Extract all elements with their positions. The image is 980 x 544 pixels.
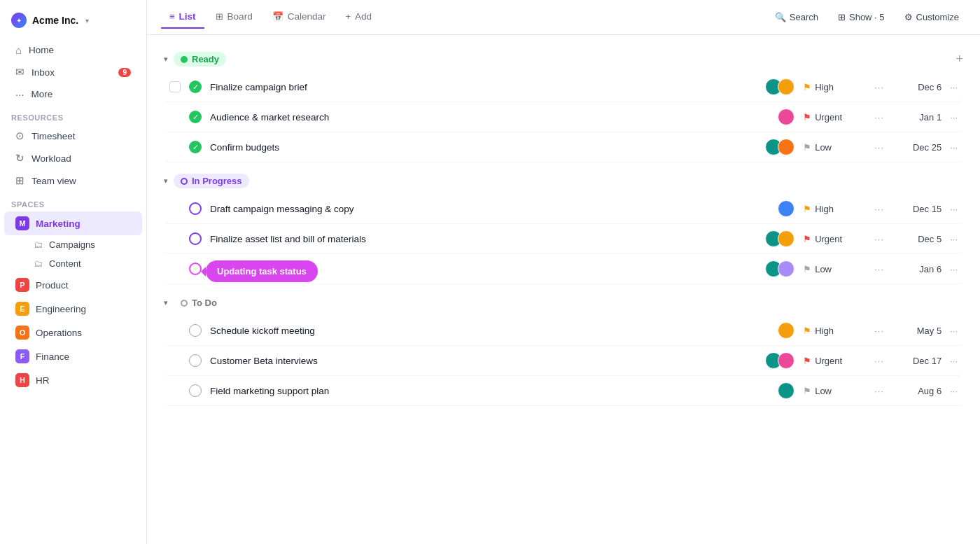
task-row[interactable]: Draft campaign messaging & copy ⚑ High ·… (164, 194, 963, 224)
sidebar-space-engineering[interactable]: E Engineering (4, 297, 142, 321)
task-row[interactable]: Customer Beta interviews ⚑ Urgent ··· De… (164, 346, 963, 376)
tab-calendar[interactable]: 📅 Calendar (264, 6, 335, 29)
priority-label: High (815, 204, 834, 214)
task-priority: ⚑ Low (803, 264, 866, 274)
task-name: Draft campaign messaging & copy (210, 204, 769, 214)
sidebar-space-hr[interactable]: H HR (4, 368, 142, 392)
task-name: Customer Beta interviews (210, 356, 757, 366)
task-more-icon[interactable]: ··· (874, 142, 891, 153)
topbar: ≡ List ⊞ Board 📅 Calendar + Add 🔍 Search… (147, 0, 980, 35)
task-priority: ⚑ Low (803, 142, 866, 153)
task-row[interactable]: Schedule kickoff meeting ⚑ High ··· May … (164, 316, 963, 346)
sidebar-item-team-view[interactable]: ⊞ Team view (4, 169, 142, 192)
sidebar-nav-more[interactable]: ··· More (4, 83, 142, 105)
avatar (778, 200, 794, 217)
calendar-icon: 📅 (272, 11, 284, 22)
task-more-icon[interactable]: ··· (874, 264, 891, 274)
customize-button[interactable]: ⚙ Customize (897, 8, 966, 26)
task-row[interactable]: Define channel strategy ⚑ Low ··· Jan 6 … (164, 254, 963, 284)
ready-section-header[interactable]: ▾ Ready + (164, 46, 963, 72)
task-priority: ⚑ Urgent (803, 356, 866, 366)
folder-icon: 🗂 (34, 239, 43, 250)
sidebar-sub-campaigns-label: Campaigns (49, 239, 95, 250)
avatar (778, 139, 794, 155)
task-options-icon[interactable]: ··· (950, 356, 958, 366)
sidebar-sub-content[interactable]: 🗂 Content (4, 254, 142, 273)
task-priority: ⚑ High (803, 204, 866, 214)
task-priority: ⚑ Urgent (803, 112, 866, 123)
app-logo[interactable]: Acme Inc. ▾ (0, 8, 146, 39)
flag-icon: ⚑ (803, 82, 811, 92)
show-button[interactable]: ⊞ Show · 5 (831, 8, 892, 26)
tab-add[interactable]: + Add (337, 6, 380, 29)
sidebar-space-marketing[interactable]: M Marketing (4, 211, 142, 235)
priority-label: Low (815, 264, 832, 274)
todo-section: ▾ To Do Schedule kickoff meeting ⚑ High (164, 290, 963, 406)
ready-label: Ready (192, 54, 219, 64)
task-row[interactable]: ✓ Confirm budgets ⚑ Low ··· Dec 25 ··· (164, 132, 963, 162)
content-area: ▾ Ready + ✓ Finalize campaign brief ⚑ (147, 35, 980, 544)
task-assignees (778, 200, 794, 217)
task-status-todo-icon (189, 384, 202, 397)
task-checkbox[interactable] (169, 81, 181, 92)
folder-icon-2: 🗂 (34, 258, 43, 269)
task-more-icon[interactable]: ··· (874, 356, 891, 366)
task-options-icon[interactable]: ··· (950, 264, 958, 274)
sidebar-space-product[interactable]: P Product (4, 273, 142, 297)
task-priority: ⚑ Urgent (803, 234, 866, 244)
flag-icon: ⚑ (803, 264, 811, 274)
flag-icon: ⚑ (803, 326, 811, 336)
ready-add-button[interactable]: + (955, 52, 963, 67)
sidebar-nav-more-label: More (31, 89, 53, 99)
task-row[interactable]: ✓ Finalize campaign brief ⚑ High ··· Dec… (164, 72, 963, 102)
task-name: Field marketing support plan (210, 386, 769, 396)
sidebar-nav-home[interactable]: ⌂ Home (4, 39, 142, 61)
task-more-icon[interactable]: ··· (874, 82, 891, 92)
todo-section-header[interactable]: ▾ To Do (164, 290, 963, 316)
sidebar-space-operations[interactable]: O Operations (4, 321, 142, 344)
task-options-icon[interactable]: ··· (950, 234, 958, 244)
task-options-icon[interactable]: ··· (950, 204, 958, 214)
task-date: Aug 6 (899, 386, 941, 396)
task-more-icon[interactable]: ··· (874, 386, 891, 396)
flag-icon: ⚑ (803, 112, 811, 123)
task-options-icon[interactable]: ··· (950, 112, 958, 123)
task-row[interactable]: Field marketing support plan ⚑ Low ··· A… (164, 376, 963, 406)
sidebar-nav-inbox[interactable]: ✉ Inbox 9 (4, 61, 142, 83)
task-status-in-prog-icon (189, 202, 202, 215)
task-row[interactable]: Finalize asset list and bill of material… (164, 224, 963, 254)
in-progress-section-header[interactable]: ▾ In Progress (164, 168, 963, 194)
sidebar-space-finance[interactable]: F Finance (4, 344, 142, 368)
tab-list[interactable]: ≡ List (161, 6, 204, 29)
task-more-icon[interactable]: ··· (874, 234, 891, 244)
sidebar-item-workload[interactable]: ↻ Workload (4, 147, 142, 169)
task-assignees (765, 352, 794, 369)
avatar (778, 230, 794, 247)
priority-label: Urgent (815, 112, 842, 123)
task-status-done-icon: ✓ (189, 81, 202, 93)
task-name: Define channel strategy (210, 264, 757, 274)
task-options-icon[interactable]: ··· (950, 142, 958, 153)
customize-label: Customize (916, 12, 959, 22)
plus-icon: + (345, 11, 351, 22)
task-row[interactable]: ✓ Audience & market research ⚑ Urgent ··… (164, 102, 963, 132)
tab-board[interactable]: ⊞ Board (207, 6, 261, 29)
ready-chevron-icon: ▾ (164, 55, 168, 64)
task-assignees (778, 322, 794, 339)
task-more-icon[interactable]: ··· (874, 112, 891, 123)
sidebar-sub-campaigns[interactable]: 🗂 Campaigns (4, 235, 142, 254)
task-options-icon[interactable]: ··· (950, 326, 958, 336)
task-priority: ⚑ High (803, 82, 866, 92)
task-options-icon[interactable]: ··· (950, 386, 958, 396)
topbar-actions: 🔍 Search ⊞ Show · 5 ⚙ Customize (768, 8, 966, 26)
task-more-icon[interactable]: ··· (874, 204, 891, 214)
flag-icon: ⚑ (803, 386, 811, 396)
task-more-icon[interactable]: ··· (874, 326, 891, 336)
task-options-icon[interactable]: ··· (950, 82, 958, 92)
ready-status-badge: Ready (174, 52, 226, 67)
in-progress-label: In Progress (192, 176, 242, 186)
search-button[interactable]: 🔍 Search (768, 8, 825, 26)
tab-calendar-label: Calendar (288, 11, 326, 22)
sidebar-item-workload-label: Workload (31, 153, 71, 164)
sidebar-item-timesheet[interactable]: ⊙ Timesheet (4, 125, 142, 147)
